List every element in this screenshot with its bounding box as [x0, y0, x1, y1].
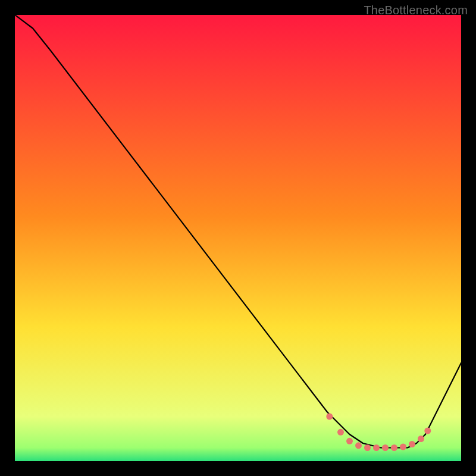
data-point [424, 428, 431, 434]
chart-svg [15, 15, 461, 461]
data-point [391, 444, 397, 451]
data-point [346, 438, 353, 444]
data-point [373, 444, 380, 451]
data-point [409, 441, 415, 447]
chart-stage: TheBottleneck.com [0, 0, 476, 476]
data-point [364, 444, 371, 451]
data-point [418, 436, 424, 442]
plot-area [15, 15, 461, 461]
data-point [400, 444, 406, 450]
data-point [326, 414, 333, 420]
data-point [355, 442, 362, 449]
data-point [337, 429, 344, 436]
gradient-bg [15, 15, 461, 461]
data-point [382, 444, 389, 451]
